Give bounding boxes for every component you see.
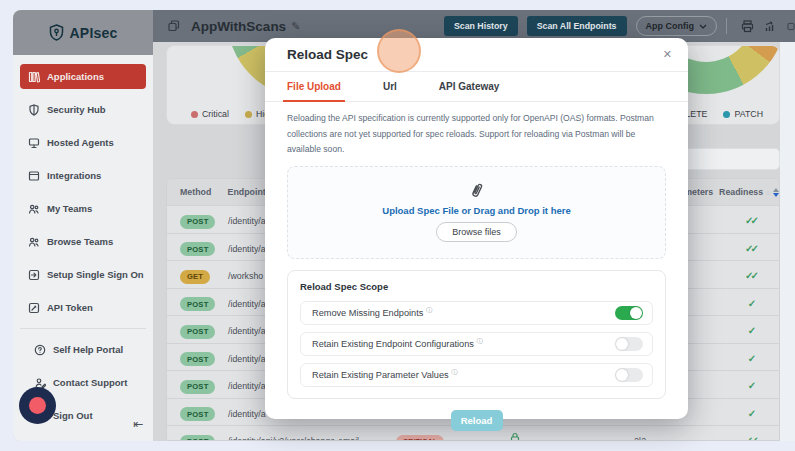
page-background-gutter [780, 42, 795, 441]
readiness-check-icon: ✓ [748, 325, 756, 336]
method-badge: POST [180, 352, 215, 366]
endpoint-path: /identity/a [228, 244, 266, 254]
endpoint-path: /identity/a [228, 216, 266, 226]
topbar-divider [726, 18, 727, 34]
reload-button[interactable]: Reload [451, 410, 503, 431]
sidebar-item-my-teams[interactable]: My Teams [20, 196, 146, 221]
endpoint-path: /identity/a [228, 299, 266, 309]
legend-patch: PATCH [723, 109, 763, 119]
method-badge: POST [180, 380, 215, 394]
column-header-method[interactable]: Method [167, 187, 215, 197]
readiness-check-icon: ✓ [748, 408, 756, 419]
readiness-check-icon: ✓✓ [745, 435, 759, 441]
legend-dot-icon [723, 111, 730, 118]
browse-files-button[interactable]: Browse files [436, 222, 517, 242]
paperclip-icon [467, 180, 487, 201]
sso-icon [28, 269, 40, 281]
sidebar-item-label: Self Help Portal [53, 344, 123, 355]
readiness-check-icon: ✓✓ [745, 243, 759, 254]
security-hub-icon [28, 104, 40, 116]
endpoint-path: /identity/a [228, 326, 266, 336]
toggle-switch[interactable] [615, 368, 643, 382]
info-icon: ⓘ [476, 337, 482, 344]
method-badge: POST [180, 325, 215, 339]
modal-close-icon[interactable]: ✕ [663, 48, 672, 61]
browse-teams-icon [28, 236, 40, 248]
reload-spec-scope-box: Reload Spec Scope Remove Missing Endpoin… [287, 270, 666, 399]
modal-tabs: File UploadUrlAPI Gateway [265, 72, 688, 102]
sidebar-item-label: Contact Support [53, 377, 127, 388]
readiness-check-icon: ✓ [748, 298, 756, 309]
sidebar-item-setup-single-sign-on[interactable]: Setup Single Sign On [20, 262, 146, 287]
toggle-switch[interactable] [615, 306, 643, 320]
apisec-logo: APIsec [13, 10, 153, 55]
readiness-check-icon: ✓ [748, 380, 756, 391]
sidebar-item-integrations[interactable]: Integrations [20, 163, 146, 188]
scan-all-endpoints-button[interactable]: Scan All Endpoints [527, 16, 627, 36]
column-header-readiness[interactable]: Readiness ◌ [719, 187, 779, 197]
dropzone-title: Upload Spec File or Drag and Drop it her… [382, 205, 570, 216]
apisec-shield-icon [49, 24, 64, 41]
sidebar-item-label: My Teams [47, 203, 92, 214]
chat-widget-button[interactable] [19, 387, 56, 424]
lock-icon [510, 432, 520, 441]
sidebar-item-api-token[interactable]: API Token [20, 295, 146, 320]
readiness-check-icon: ✓ [748, 353, 756, 364]
app-config-label: App Config [646, 21, 695, 31]
sidebar-item-label: Hosted Agents [47, 137, 114, 148]
copy-icon[interactable] [168, 20, 180, 32]
scope-row-label: Retain Existing Parameter Values ⓘ [312, 368, 458, 380]
risk-badge: CRITICAL [396, 435, 445, 442]
sidebar-item-label: Security Hub [47, 104, 106, 115]
sidebar-item-hosted-agents[interactable]: Hosted Agents [20, 130, 146, 155]
reload-spec-modal: Reload Spec ✕ File UploadUrlAPI Gateway … [265, 38, 688, 419]
readiness-check-icon: ✓✓ [745, 215, 759, 226]
sidebar-item-label: Sign Out [53, 410, 93, 421]
scope-row-retain-existing-parameter-values: Retain Existing Parameter Values ⓘ [300, 363, 653, 387]
sidebar-item-label: Setup Single Sign On [47, 269, 144, 280]
modal-description: Reloading the API specification is curre… [287, 111, 666, 158]
tab-url[interactable]: Url [383, 81, 397, 101]
scope-row-label: Retain Existing Endpoint Configurations … [312, 337, 483, 349]
chevron-down-icon [699, 24, 707, 29]
tab-file-upload[interactable]: File Upload [287, 81, 341, 101]
scan-report-chart-icon[interactable] [764, 20, 777, 33]
method-badge: POST [180, 407, 215, 421]
upload-dropzone[interactable]: Upload Spec File or Drag and Drop it her… [287, 166, 666, 259]
hosted-agents-icon [28, 137, 40, 149]
method-badge: GET [180, 270, 210, 284]
modal-title: Reload Spec [265, 47, 368, 62]
scope-row-remove-missing-endpoints: Remove Missing Endpoints ⓘ [300, 301, 653, 325]
modal-header: Reload Spec ✕ [265, 38, 688, 72]
toggle-switch[interactable] [615, 337, 643, 351]
click-highlight-circle [377, 29, 421, 73]
legend-dot-icon [191, 111, 198, 118]
sidebar-item-security-hub[interactable]: Security Hub [20, 97, 146, 122]
endpoint-path: /identity/a [228, 354, 266, 364]
readiness-sort-icon[interactable] [773, 188, 779, 197]
sidebar-item-browse-teams[interactable]: Browse Teams [20, 229, 146, 254]
tab-api-gateway[interactable]: API Gateway [439, 81, 500, 101]
readiness-info-icon[interactable]: ◌ [766, 189, 770, 196]
readiness-header-label: Readiness [719, 187, 763, 197]
legend-critical: Critical [191, 109, 229, 119]
app-config-dropdown[interactable]: App Config [636, 16, 718, 36]
partial-right-icon[interactable] [787, 20, 795, 33]
sidebar-item-label: Applications [47, 71, 104, 82]
sidebar-menu: ApplicationsSecurity HubHosted AgentsInt… [13, 55, 153, 428]
info-icon: ⓘ [426, 306, 432, 313]
sidebar-collapse-icon[interactable]: ⇤ [133, 417, 143, 431]
sidebar-item-applications[interactable]: Applications [20, 64, 146, 89]
scope-row-label: Remove Missing Endpoints ⓘ [312, 306, 432, 318]
printer-icon[interactable] [741, 20, 754, 33]
sidebar-divider [20, 328, 146, 329]
scan-history-button[interactable]: Scan History [444, 16, 518, 36]
my-teams-icon [28, 203, 40, 215]
method-badge: POST [180, 215, 215, 229]
method-badge: POST [180, 242, 215, 256]
sidebar-item-label: Integrations [47, 170, 101, 181]
method-badge: POST [180, 297, 215, 311]
sidebar-item-self-help-portal[interactable]: Self Help Portal [20, 337, 146, 362]
edit-title-icon[interactable]: ✎ [291, 20, 300, 33]
apisec-logo-text: APIsec [70, 25, 118, 41]
